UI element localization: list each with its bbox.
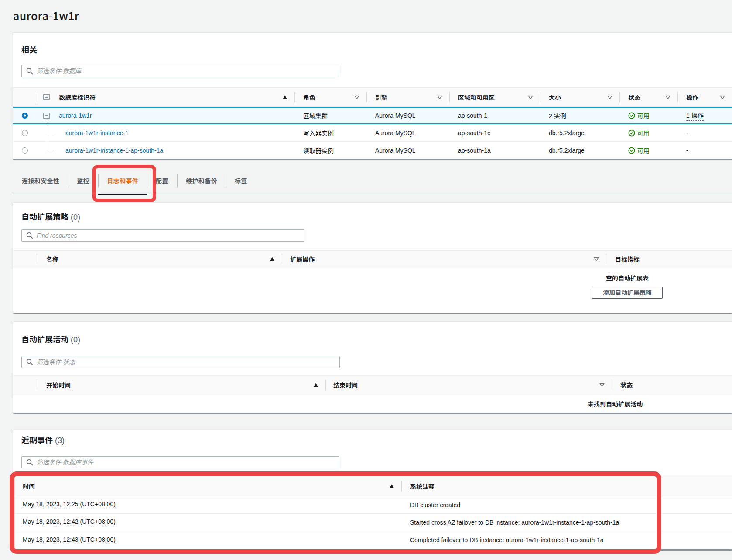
column-header-status[interactable]: 状态 [619, 88, 677, 106]
sort-toggle-icon[interactable] [437, 95, 442, 99]
column-header-role[interactable]: 角色 [294, 88, 366, 106]
radio-button-selected[interactable] [22, 113, 28, 119]
column-header-time[interactable]: 时间 [13, 476, 401, 496]
policies-empty-state: 空的自动扩展表 添加自动扩展策略 [592, 273, 663, 299]
collapse-all-icon[interactable] [43, 94, 50, 100]
column-header-target-metric[interactable]: 目标指标 [606, 251, 732, 267]
table-row-writer[interactable]: aurora-1w1r-instance-1 写入器实例 Aurora MySQ… [13, 124, 732, 142]
cell-engine: Aurora MySQL [366, 108, 449, 123]
cell-region: ap-south-1a [449, 142, 540, 159]
cell-region: ap-south-1c [449, 124, 540, 141]
empty-state-title: 空的自动扩展表 [592, 273, 663, 282]
related-table-header: 数据库标识符 角色 引擎 区域和可用区 大小 状态 操作 [13, 87, 732, 107]
sort-asc-icon[interactable] [313, 383, 318, 387]
tab-tags[interactable]: 标签 [226, 170, 256, 195]
sort-toggle-icon[interactable] [720, 95, 725, 99]
tab-configuration[interactable]: 配置 [147, 170, 177, 195]
selection-column-header [13, 88, 37, 106]
cell-identifier: aurora-1w1r-instance-1-ap-south-1a [37, 142, 294, 159]
table-row-reader[interactable]: aurora-1w1r-instance-1-ap-south-1a 读取器实例… [13, 142, 732, 159]
cell-status: 可用 [619, 108, 677, 123]
sort-asc-icon[interactable] [389, 484, 394, 488]
related-search [21, 65, 339, 77]
policies-table-header: 名称 扩展操作 目标指标 [13, 250, 732, 267]
event-time[interactable]: May 18, 2023, 12:42 (UTC+08:00) [23, 518, 116, 526]
cell-engine: Aurora MySQL [366, 124, 449, 141]
selection-column-header [13, 376, 37, 395]
table-row-cluster[interactable]: aurora-1w1r 区域集群 Aurora MySQL ap-south-1… [13, 107, 732, 124]
cell-size: db.r5.2xlarge [540, 142, 619, 159]
search-icon [26, 232, 33, 239]
instance-link[interactable]: aurora-1w1r-instance-1 [65, 130, 129, 137]
auto-scaling-policies-card: 自动扩展策略 (0) 名称 扩展操作 目标指标 空的自动扩展表 添加自动扩展策略 [13, 202, 732, 313]
cell-size: db.r5.2xlarge [540, 124, 619, 141]
recent-events-heading: 近期事件 [21, 436, 53, 445]
sort-toggle-icon[interactable] [607, 95, 612, 99]
scaling-activities-count: (0) [71, 335, 80, 344]
column-header-system-notes[interactable]: 系统注释 [401, 476, 732, 496]
tree-connector-branch [47, 133, 54, 133]
events-search [21, 456, 339, 468]
column-header-actions[interactable]: 操作 [677, 88, 732, 106]
tab-monitoring[interactable]: 监控 [68, 170, 98, 195]
radio-button[interactable] [22, 147, 28, 154]
event-note: Started cross AZ failover to DB instance… [401, 514, 732, 531]
search-icon [26, 359, 33, 365]
sort-toggle-icon[interactable] [354, 95, 359, 99]
column-header-start-time[interactable]: 开始时间 [37, 376, 325, 395]
policies-search [21, 229, 304, 242]
cell-engine: Aurora MySQL [366, 142, 449, 159]
event-row: May 18, 2023, 12:43 (UTC+08:00) Complete… [13, 531, 732, 549]
activities-table-header: 开始时间 结束时间 状态 [13, 375, 732, 395]
column-header-end-time[interactable]: 结束时间 [325, 376, 612, 395]
auto-scaling-activities-card: 自动扩展活动 (0) 开始时间 结束时间 状态 未找到自动扩展活动 [13, 321, 732, 413]
sort-asc-icon[interactable] [270, 257, 275, 261]
cluster-link[interactable]: aurora-1w1r [59, 112, 92, 119]
instance-link[interactable]: aurora-1w1r-instance-1-ap-south-1a [65, 147, 163, 154]
cell-status: 可用 [619, 142, 677, 159]
cell-status: 可用 [619, 124, 677, 141]
sort-toggle-icon[interactable] [528, 95, 533, 99]
column-header-engine[interactable]: 引擎 [366, 88, 449, 106]
sort-asc-icon[interactable] [282, 95, 287, 99]
cell-role: 写入器实例 [294, 124, 366, 141]
sort-toggle-icon[interactable] [599, 383, 605, 387]
policies-table: 名称 扩展操作 目标指标 [13, 250, 732, 267]
add-auto-scaling-policy-button[interactable]: 添加自动扩展策略 [592, 287, 663, 299]
collapse-row-icon[interactable] [43, 113, 50, 119]
event-row: May 18, 2023, 12:42 (UTC+08:00) Started … [13, 514, 732, 531]
cell-size: 2 实例 [540, 108, 619, 123]
column-header-size[interactable]: 大小 [540, 88, 619, 106]
policies-search-input[interactable] [21, 229, 304, 242]
events-table-header: 时间 系统注释 [13, 476, 732, 496]
cell-role: 读取器实例 [294, 142, 366, 159]
column-header-status[interactable]: 状态 [612, 376, 732, 395]
tree-connector-branch [47, 150, 54, 150]
sort-toggle-icon[interactable] [594, 257, 599, 261]
sort-toggle-icon[interactable] [665, 95, 670, 99]
row-select-cell [13, 142, 37, 159]
column-header-scaling-action[interactable]: 扩展操作 [282, 251, 606, 267]
tab-maintenance-backups[interactable]: 维护和备份 [177, 170, 226, 195]
cell-identifier: aurora-1w1r [37, 108, 294, 123]
activities-empty-text: 未找到自动扩展活动 [588, 400, 643, 408]
tab-connectivity-security[interactable]: 连接和安全性 [13, 170, 68, 195]
column-header-name[interactable]: 名称 [37, 251, 282, 267]
cell-actions: - [677, 124, 732, 141]
events-table: 时间 系统注释 May 18, 2023, 12:25 (UTC+08:00) … [13, 476, 732, 550]
search-icon [26, 68, 33, 75]
activities-search [21, 356, 340, 368]
related-search-input[interactable] [21, 65, 339, 77]
radio-button[interactable] [22, 130, 28, 136]
activities-search-input[interactable] [21, 356, 340, 368]
column-header-identifier[interactable]: 数据库标识符 [37, 88, 294, 106]
column-header-region-az[interactable]: 区域和可用区 [449, 88, 540, 106]
actions-dropdown[interactable]: 1 操作 [686, 111, 704, 121]
scaling-policies-heading: 自动扩展策略 [21, 213, 68, 222]
tab-logs-events[interactable]: 日志和事件 [98, 170, 147, 195]
scaling-activities-heading: 自动扩展活动 [21, 335, 68, 344]
selection-column-header [13, 251, 37, 267]
event-time[interactable]: May 18, 2023, 12:25 (UTC+08:00) [23, 501, 116, 509]
events-search-input[interactable] [21, 456, 339, 468]
event-time[interactable]: May 18, 2023, 12:43 (UTC+08:00) [23, 536, 116, 544]
